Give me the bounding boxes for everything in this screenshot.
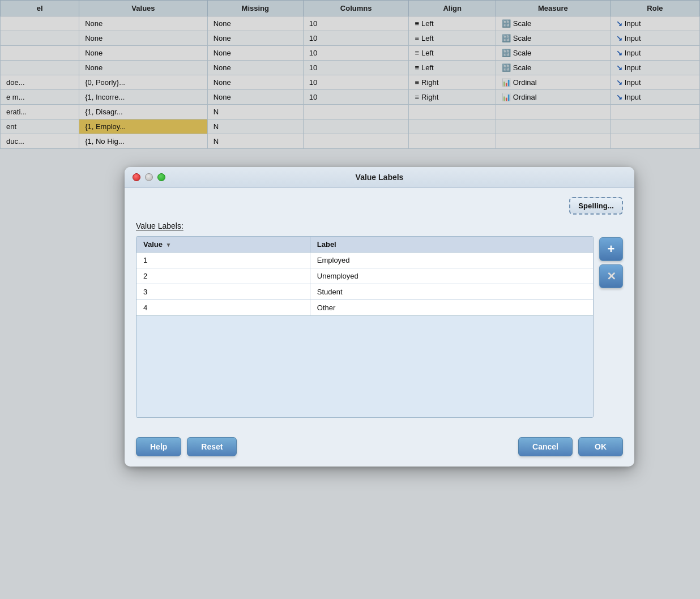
spelling-btn-row: Spelling...: [136, 197, 623, 215]
add-row-button[interactable]: +: [599, 237, 623, 261]
vl-col-header-value[interactable]: Value ▼: [136, 237, 310, 253]
value-labels-table: Value ▼ Label 1Employed2Unemployed3Stude…: [136, 237, 593, 315]
vl-table-row[interactable]: 4: [136, 300, 310, 316]
dialog-titlebar: Value Labels: [125, 167, 634, 188]
dialog-body: Spelling... Value Labels: Value ▼ Label: [125, 188, 634, 429]
footer-right: Cancel OK: [518, 437, 623, 456]
delete-row-button[interactable]: ✕: [599, 264, 623, 288]
dialog-footer: Help Reset Cancel OK: [125, 429, 634, 467]
ok-button[interactable]: OK: [578, 437, 623, 456]
dialog-title: Value Labels: [356, 173, 404, 182]
empty-rows-area: [136, 315, 593, 417]
side-buttons: + ✕: [599, 236, 623, 288]
traffic-lights: [133, 173, 165, 181]
vl-table-row[interactable]: 3: [136, 284, 310, 300]
vl-col-header-label[interactable]: Label: [310, 237, 593, 253]
maximize-button[interactable]: [157, 173, 165, 181]
spelling-button[interactable]: Spelling...: [569, 197, 623, 215]
value-labels-table-container: Value ▼ Label 1Employed2Unemployed3Stude…: [136, 236, 594, 418]
vl-table-row[interactable]: 1: [136, 253, 310, 268]
sort-indicator: ▼: [166, 242, 172, 248]
footer-left: Help Reset: [136, 437, 237, 456]
table-area: Value ▼ Label 1Employed2Unemployed3Stude…: [136, 236, 623, 418]
reset-button[interactable]: Reset: [187, 437, 237, 456]
vl-table-row[interactable]: 2: [136, 268, 310, 284]
close-button[interactable]: [133, 173, 140, 181]
help-button[interactable]: Help: [136, 437, 181, 456]
value-labels-section-label: Value Labels:: [136, 221, 623, 230]
cancel-button[interactable]: Cancel: [518, 437, 573, 456]
value-labels-dialog: Value Labels Spelling... Value Labels: V…: [125, 167, 634, 467]
minimize-button[interactable]: [145, 173, 153, 181]
